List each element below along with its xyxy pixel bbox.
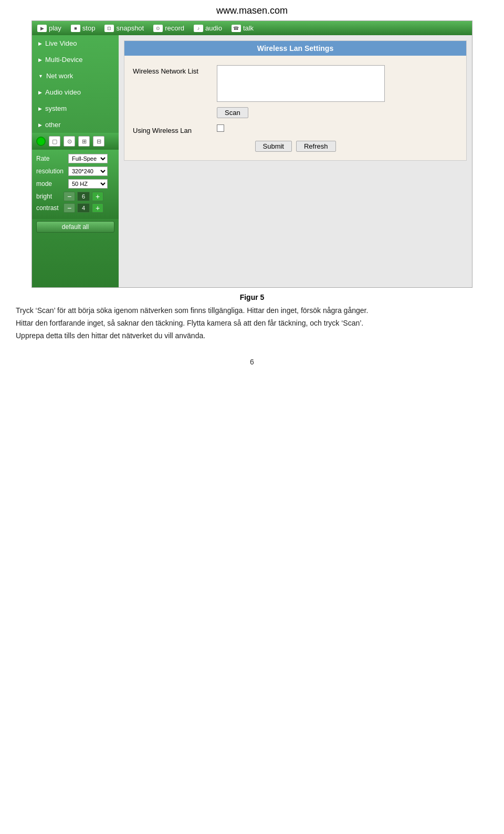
sidebar: ▶ Live Video ▶ Multi-Device ▼ Net work ▶…: [32, 35, 119, 287]
sidebar-item-network[interactable]: ▼ Net work: [32, 68, 119, 84]
rate-select[interactable]: Full-Spee: [68, 154, 108, 163]
sidebar-label-multi-device: Multi-Device: [45, 56, 83, 64]
caption: Figur 5: [0, 293, 504, 301]
bright-value: 6: [77, 192, 90, 201]
screenshot-area: ▶ play ■ stop ⊡ snapshot ⊙ record ♪ audi…: [32, 20, 472, 288]
resolution-label: resolution: [36, 168, 65, 175]
arrow-icon: ▶: [38, 57, 42, 62]
arrow-icon: ▶: [38, 122, 42, 128]
rate-label: Rate: [36, 155, 65, 162]
using-wireless-control: [217, 124, 458, 133]
using-wireless-row: Using Wireless Lan: [133, 124, 458, 134]
arrow-icon: ▼: [38, 74, 43, 79]
record-label: record: [165, 24, 184, 32]
mode-select[interactable]: 50 HZ: [68, 179, 108, 189]
snapshot-label: snapshot: [116, 24, 144, 32]
contrast-value: 4: [77, 203, 90, 213]
action-btn-row: Submit Refresh: [133, 141, 458, 152]
submit-button[interactable]: Submit: [255, 141, 292, 152]
refresh-button[interactable]: Refresh: [296, 141, 336, 152]
talk-label: talk: [243, 24, 254, 32]
bright-plus-button[interactable]: +: [92, 192, 103, 201]
play-icon: ▶: [37, 25, 47, 32]
network-list-box[interactable]: [217, 65, 385, 102]
arrow-icon: ▶: [38, 90, 42, 95]
page-number: 6: [0, 358, 504, 366]
rate-row: Rate Full-Spee: [36, 154, 114, 163]
bright-row: bright − 6 +: [36, 192, 114, 201]
view-controls: ▢ ⊙ ⊞ ⊟: [32, 133, 119, 150]
contrast-plus-button[interactable]: +: [92, 203, 103, 213]
body-text: Tryck ‘Scan’ för att börja söka igenom n…: [16, 305, 488, 342]
paragraph-2: Hittar den fortfarande inget, så saknar …: [16, 317, 488, 330]
sidebar-item-audio-video[interactable]: ▶ Audio video: [32, 84, 119, 100]
stop-label: stop: [82, 24, 96, 32]
sidebar-item-live-video[interactable]: ▶ Live Video: [32, 35, 119, 51]
snapshot-button[interactable]: ⊡ snapshot: [104, 24, 144, 32]
audio-label: audio: [205, 24, 222, 32]
audio-icon: ♪: [194, 25, 203, 32]
stop-icon: ■: [71, 25, 80, 32]
arrow-icon: ▶: [38, 106, 42, 111]
play-label: play: [49, 24, 61, 32]
mode-row: mode 50 HZ: [36, 179, 114, 189]
view-btn-1[interactable]: ▢: [49, 136, 60, 147]
resolution-select[interactable]: 320*240: [68, 166, 108, 176]
view-btn-2[interactable]: ⊙: [64, 136, 75, 147]
scan-button[interactable]: Scan: [217, 107, 248, 118]
network-list-control: Scan: [217, 65, 458, 118]
mode-label: mode: [36, 180, 65, 187]
view-btn-grid[interactable]: ⊞: [78, 136, 90, 147]
record-button[interactable]: ⊙ record: [153, 24, 184, 32]
wireless-body: Wireless Network List Scan Using Wireles…: [124, 61, 466, 160]
arrow-icon: ▶: [38, 41, 42, 46]
play-button[interactable]: ▶ play: [37, 24, 61, 32]
sidebar-item-multi-device[interactable]: ▶ Multi-Device: [32, 51, 119, 68]
wireless-panel: Wireless Lan Settings Wireless Network L…: [124, 40, 467, 161]
talk-icon: ☎: [232, 25, 241, 32]
contrast-minus-button[interactable]: −: [64, 203, 75, 213]
sidebar-label-system: system: [45, 105, 67, 112]
using-wireless-checkbox[interactable]: [217, 124, 224, 132]
status-indicator: [36, 137, 46, 146]
network-list-label: Wireless Network List: [133, 65, 217, 75]
resolution-row: resolution 320*240: [36, 166, 114, 176]
sidebar-item-system[interactable]: ▶ system: [32, 100, 119, 117]
sidebar-label-network: Net work: [46, 72, 73, 80]
bright-label: bright: [36, 193, 61, 200]
default-all-button[interactable]: default all: [36, 221, 114, 233]
settings-controls: Rate Full-Spee resolution 320*240 mode 5…: [32, 150, 119, 219]
record-icon: ⊙: [153, 25, 163, 32]
snapshot-icon: ⊡: [104, 25, 114, 32]
stop-button[interactable]: ■ stop: [71, 24, 96, 32]
using-wireless-label: Using Wireless Lan: [133, 124, 217, 134]
talk-button[interactable]: ☎ talk: [232, 24, 254, 32]
sidebar-label-audio-video: Audio video: [45, 88, 81, 96]
sidebar-item-other[interactable]: ▶ other: [32, 117, 119, 133]
audio-button[interactable]: ♪ audio: [194, 24, 222, 32]
main-area: ▶ Live Video ▶ Multi-Device ▼ Net work ▶…: [32, 35, 472, 287]
content-panel: Wireless Lan Settings Wireless Network L…: [119, 35, 472, 287]
sidebar-label-live-video: Live Video: [45, 39, 77, 47]
site-url: www.masen.com: [0, 0, 504, 20]
contrast-row: contrast − 4 +: [36, 203, 114, 213]
network-list-row: Wireless Network List Scan: [133, 65, 458, 118]
paragraph-1: Tryck ‘Scan’ för att börja söka igenom n…: [16, 305, 488, 317]
contrast-label: contrast: [36, 204, 61, 212]
wireless-title: Wireless Lan Settings: [124, 41, 466, 56]
toolbar: ▶ play ■ stop ⊡ snapshot ⊙ record ♪ audi…: [32, 21, 472, 35]
sidebar-label-other: other: [45, 121, 61, 129]
view-btn-grid2[interactable]: ⊟: [93, 136, 104, 147]
paragraph-3: Upprepa detta tills den hittar det nätve…: [16, 330, 488, 342]
bright-minus-button[interactable]: −: [64, 192, 75, 201]
